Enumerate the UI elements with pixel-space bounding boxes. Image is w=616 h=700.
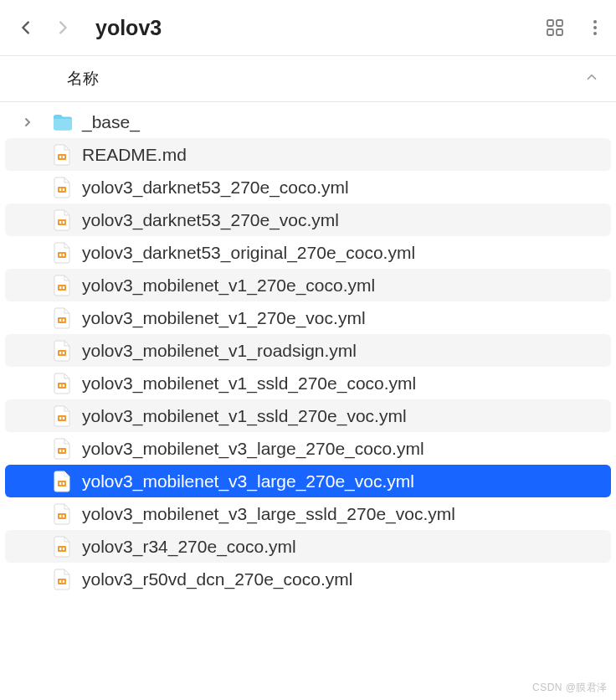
svg-rect-41 <box>59 515 61 517</box>
file-icon <box>52 569 74 590</box>
svg-rect-34 <box>58 448 66 454</box>
folder-row[interactable]: _base_ <box>5 106 611 138</box>
svg-rect-13 <box>58 219 66 225</box>
svg-rect-3 <box>557 29 562 35</box>
file-icon <box>52 275 74 296</box>
view-grid-button[interactable] <box>541 13 569 42</box>
file-icon <box>52 471 74 492</box>
file-list: _base_ README.md yolov3_darknet53_270e_c… <box>0 102 616 599</box>
file-name: yolov3_darknet53_original_270e_coco.yml <box>82 243 415 263</box>
svg-rect-1 <box>557 20 562 26</box>
svg-rect-8 <box>59 156 61 158</box>
svg-rect-11 <box>59 188 61 191</box>
file-row[interactable]: yolov3_r50vd_dcn_270e_coco.yml <box>5 563 611 595</box>
file-name: yolov3_mobilenet_v1_ssld_270e_coco.yml <box>82 373 416 394</box>
file-row[interactable]: yolov3_mobilenet_v1_270e_voc.yml <box>5 301 611 334</box>
svg-point-6 <box>593 32 597 35</box>
more-button[interactable] <box>581 13 609 42</box>
file-icon <box>52 144 74 166</box>
file-row[interactable]: yolov3_mobilenet_v1_270e_coco.yml <box>5 269 611 301</box>
file-row[interactable]: yolov3_darknet53_original_270e_coco.yml <box>5 236 611 269</box>
svg-rect-18 <box>63 254 64 256</box>
file-icon <box>52 405 74 427</box>
toolbar: yolov3 <box>0 0 616 56</box>
svg-rect-24 <box>63 319 64 322</box>
svg-rect-25 <box>58 350 66 356</box>
file-name: yolov3_mobilenet_v1_270e_coco.yml <box>82 275 375 296</box>
more-vertical-icon <box>587 18 603 37</box>
svg-rect-48 <box>63 580 64 583</box>
file-row[interactable]: yolov3_darknet53_270e_coco.yml <box>5 171 611 203</box>
svg-rect-20 <box>59 286 61 289</box>
forward-button[interactable] <box>47 12 79 44</box>
svg-rect-27 <box>63 352 64 354</box>
sort-indicator <box>584 69 599 89</box>
svg-rect-10 <box>58 187 66 193</box>
svg-rect-2 <box>547 29 553 35</box>
svg-point-5 <box>593 26 597 29</box>
svg-rect-47 <box>59 580 61 583</box>
grid-icon <box>545 18 565 38</box>
file-icon <box>52 340 74 362</box>
file-name: yolov3_mobilenet_v3_large_270e_voc.yml <box>82 471 414 492</box>
svg-rect-43 <box>58 546 66 552</box>
file-row[interactable]: yolov3_mobilenet_v3_large_ssld_270e_voc.… <box>5 497 611 530</box>
chevron-right-icon <box>54 18 72 37</box>
file-name: yolov3_mobilenet_v3_large_ssld_270e_voc.… <box>82 504 455 524</box>
file-name: yolov3_mobilenet_v1_270e_voc.yml <box>82 308 366 328</box>
svg-rect-44 <box>59 548 61 550</box>
file-row[interactable]: yolov3_mobilenet_v3_large_270e_coco.yml <box>5 432 611 465</box>
file-icon <box>52 307 74 329</box>
svg-rect-17 <box>59 254 61 256</box>
column-header[interactable]: 名称 <box>0 56 616 102</box>
svg-rect-9 <box>63 156 64 158</box>
file-row[interactable]: yolov3_darknet53_270e_voc.yml <box>5 203 611 236</box>
svg-rect-26 <box>59 352 61 354</box>
file-row[interactable]: yolov3_mobilenet_v1_ssld_270e_voc.yml <box>5 399 611 432</box>
file-icon <box>52 438 74 460</box>
file-name: yolov3_mobilenet_v1_roadsign.yml <box>82 341 357 361</box>
file-icon <box>52 177 74 198</box>
svg-rect-28 <box>58 383 66 389</box>
svg-rect-0 <box>547 20 553 26</box>
svg-rect-42 <box>63 515 64 517</box>
nav-arrows <box>10 12 79 44</box>
file-name: yolov3_darknet53_270e_coco.yml <box>82 178 349 198</box>
chevron-up-icon <box>584 69 599 85</box>
svg-rect-23 <box>59 319 61 322</box>
file-name: yolov3_r50vd_dcn_270e_coco.yml <box>82 569 352 589</box>
svg-rect-38 <box>59 482 61 485</box>
file-name: yolov3_darknet53_270e_voc.yml <box>82 210 339 230</box>
svg-rect-30 <box>63 384 64 387</box>
svg-rect-36 <box>63 450 64 452</box>
disclosure-triangle[interactable] <box>22 117 33 127</box>
svg-rect-14 <box>59 221 61 224</box>
file-row[interactable]: yolov3_mobilenet_v3_large_270e_voc.yml <box>5 465 611 497</box>
file-row[interactable]: yolov3_r34_270e_coco.yml <box>5 530 611 563</box>
file-name: yolov3_mobilenet_v3_large_270e_coco.yml <box>82 439 424 459</box>
back-button[interactable] <box>10 12 42 44</box>
file-name: _base_ <box>82 112 140 132</box>
file-icon <box>52 209 74 231</box>
file-icon <box>52 503 74 525</box>
file-icon <box>52 373 74 394</box>
svg-rect-35 <box>59 450 61 452</box>
file-row[interactable]: README.md <box>5 138 611 171</box>
svg-rect-19 <box>58 285 66 291</box>
svg-rect-37 <box>58 481 66 486</box>
svg-rect-32 <box>59 417 61 419</box>
name-column-label: 名称 <box>67 68 99 90</box>
svg-rect-33 <box>63 417 64 419</box>
file-row[interactable]: yolov3_mobilenet_v1_ssld_270e_coco.yml <box>5 367 611 399</box>
file-icon <box>52 242 74 264</box>
file-row[interactable]: yolov3_mobilenet_v1_roadsign.yml <box>5 334 611 367</box>
svg-rect-21 <box>63 286 64 289</box>
svg-rect-46 <box>58 579 66 584</box>
folder-icon <box>52 111 74 133</box>
file-name: yolov3_mobilenet_v1_ssld_270e_voc.yml <box>82 406 407 426</box>
svg-rect-7 <box>58 154 66 160</box>
svg-rect-12 <box>63 188 64 191</box>
svg-rect-15 <box>63 221 64 224</box>
svg-rect-22 <box>58 317 66 323</box>
svg-point-4 <box>593 20 597 23</box>
